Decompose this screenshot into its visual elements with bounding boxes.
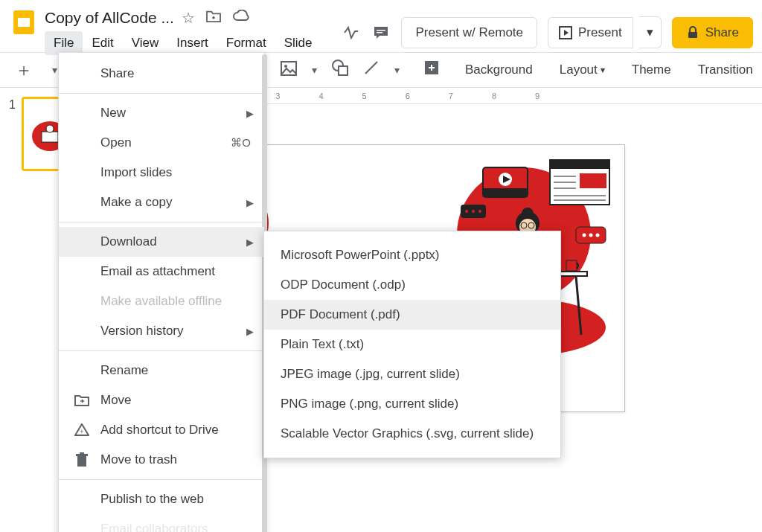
menu-rename[interactable]: Rename: [59, 356, 264, 385]
menu-move-trash[interactable]: Move to trash: [59, 445, 264, 475]
download-svg[interactable]: Scalable Vector Graphics (.svg, current …: [264, 419, 560, 449]
slide-thumbnail-number: 1: [9, 97, 16, 171]
image-dropdown[interactable]: ▾: [304, 60, 324, 80]
svg-rect-63: [76, 454, 88, 456]
shortcut-label: ⌘O: [231, 136, 251, 150]
svg-rect-13: [42, 132, 58, 142]
svg-rect-3: [377, 32, 382, 33]
menu-publish-web[interactable]: Publish to the web: [59, 484, 264, 514]
svg-rect-64: [80, 452, 84, 454]
new-slide-button[interactable]: ＋: [7, 54, 40, 86]
svg-point-42: [583, 234, 586, 237]
download-png[interactable]: PNG image (.png, current slide): [264, 389, 560, 419]
activity-icon[interactable]: [342, 23, 361, 42]
menu-new[interactable]: New▶: [59, 98, 264, 128]
svg-rect-5: [688, 32, 697, 38]
download-pptx[interactable]: Microsoft PowerPoint (.pptx): [264, 240, 560, 270]
menu-import-slides[interactable]: Import slides: [59, 158, 264, 188]
theme-button[interactable]: Theme: [623, 58, 680, 82]
layout-button[interactable]: Layout▾: [551, 58, 614, 82]
menu-make-copy[interactable]: Make a copy▶: [59, 188, 264, 217]
menu-open[interactable]: Open⌘O: [59, 128, 264, 158]
svg-rect-9: [339, 66, 348, 75]
line-dropdown[interactable]: ▾: [387, 60, 407, 80]
svg-point-56: [522, 208, 534, 219]
file-menu-dropdown: Share New▶ Open⌘O Import slides Make a c…: [58, 52, 265, 532]
menu-move[interactable]: Move: [59, 385, 264, 415]
menu-add-shortcut[interactable]: +Add shortcut to Drive: [59, 415, 264, 445]
insert-image-button[interactable]: [273, 55, 304, 85]
transition-button[interactable]: Transition: [689, 58, 762, 82]
svg-point-38: [465, 210, 468, 213]
insert-comment-button[interactable]: [416, 55, 447, 85]
menu-email-attachment[interactable]: Email as attachment: [59, 257, 264, 286]
svg-line-10: [365, 62, 377, 74]
present-label: Present: [578, 25, 622, 40]
svg-rect-35: [483, 188, 528, 197]
lock-icon: [686, 26, 699, 39]
menu-slide[interactable]: Slide: [275, 31, 321, 55]
drive-shortcut-icon: +: [74, 423, 90, 437]
svg-rect-53: [566, 260, 577, 271]
svg-point-44: [596, 234, 600, 237]
background-button[interactable]: Background: [456, 58, 542, 82]
svg-rect-6: [281, 62, 296, 75]
document-title[interactable]: Copy of AllCode ...: [45, 9, 174, 27]
present-remote-button[interactable]: Present w/ Remote: [401, 17, 537, 48]
svg-rect-28: [580, 173, 606, 188]
download-submenu: Microsoft PowerPoint (.pptx) ODP Documen…: [263, 231, 561, 458]
cloud-status-icon[interactable]: [232, 10, 250, 27]
move-folder-icon[interactable]: [205, 10, 222, 27]
submenu-arrow-icon: ▶: [246, 326, 254, 337]
submenu-arrow-icon: ▶: [246, 237, 254, 248]
svg-rect-1: [18, 18, 30, 27]
svg-point-40: [478, 210, 481, 213]
download-txt[interactable]: Plain Text (.txt): [264, 330, 560, 359]
download-odp[interactable]: ODP Document (.odp): [264, 270, 560, 300]
svg-point-39: [472, 210, 475, 213]
star-icon[interactable]: ☆: [182, 9, 195, 27]
share-label: Share: [705, 25, 739, 40]
menu-download[interactable]: Download▶: [59, 227, 264, 257]
present-dropdown[interactable]: ▾: [639, 16, 662, 48]
submenu-arrow-icon: ▶: [246, 197, 254, 208]
menu-version-history[interactable]: Version history▶: [59, 316, 264, 346]
svg-point-43: [589, 234, 593, 237]
present-button[interactable]: Present: [548, 17, 633, 48]
folder-icon: [74, 394, 90, 406]
line-button[interactable]: [356, 55, 387, 85]
share-button[interactable]: Share: [672, 17, 753, 48]
submenu-arrow-icon: ▶: [246, 108, 254, 119]
menu-email-collaborators[interactable]: Email collaborators: [59, 514, 264, 532]
menu-available-offline: Make available offline: [59, 286, 264, 316]
download-pdf[interactable]: PDF Document (.pdf): [264, 300, 560, 330]
download-jpeg[interactable]: JPEG image (.jpg, current slide): [264, 359, 560, 389]
trash-icon: [74, 452, 90, 467]
shape-button[interactable]: [324, 55, 356, 85]
comments-icon[interactable]: [371, 23, 391, 42]
svg-point-14: [46, 125, 54, 132]
svg-rect-62: [77, 456, 86, 467]
svg-rect-2: [377, 30, 385, 31]
svg-point-7: [284, 65, 287, 68]
svg-rect-27: [550, 160, 609, 169]
menu-share[interactable]: Share: [59, 59, 264, 89]
slides-logo[interactable]: [9, 6, 39, 46]
svg-text:+: +: [80, 428, 83, 435]
